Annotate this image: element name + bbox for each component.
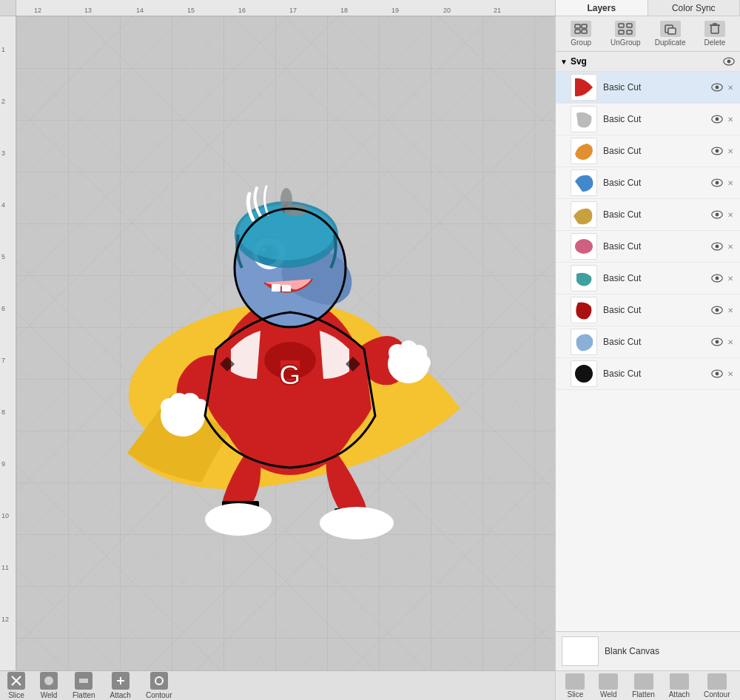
ungroup-button[interactable]: UnGroup	[609, 21, 642, 47]
ruler-top: 12 13 14 15 16 17 18 19 20 21	[0, 0, 555, 16]
ruler-vertical: 1 2 3 4 5 6 7 8 9 10 11 12	[0, 16, 16, 670]
svg-rect-36	[582, 24, 587, 28]
panel-contour-btn[interactable]: Contour	[704, 673, 730, 699]
layer-delete[interactable]: ✕	[725, 82, 736, 92]
duplicate-button[interactable]: Duplicate	[653, 21, 687, 47]
layer-row[interactable]: Basic Cut ✕	[556, 167, 740, 199]
layer-row[interactable]: Basic Cut ✕	[556, 135, 740, 167]
panel-slice-btn[interactable]: Slice	[565, 673, 585, 699]
panel-weld-icon	[599, 673, 618, 690]
layer-name: Basic Cut	[603, 241, 710, 252]
flatten-icon	[75, 672, 92, 690]
panel-slice-icon	[565, 673, 585, 690]
svg-rect-41	[619, 30, 624, 34]
layer-thumbnail	[571, 329, 597, 355]
tab-color-sync[interactable]: Color Sync	[648, 0, 741, 16]
ruler-mark-15: 15	[187, 7, 195, 14]
ruler-vmark: 5	[1, 253, 5, 260]
ruler-vmark: 4	[1, 201, 5, 209]
svg-point-47	[727, 60, 731, 64]
ruler-mark-20: 20	[443, 7, 451, 14]
svg-point-32	[44, 676, 53, 685]
layer-row[interactable]: Basic Cut ✕	[556, 263, 740, 295]
ruler-mark-14: 14	[136, 7, 144, 14]
bottom-toolbar: Slice Weld Flatten Attach	[0, 670, 555, 700]
layer-delete[interactable]: ✕	[725, 178, 736, 188]
ruler-vmark: 11	[1, 564, 9, 571]
delete-button[interactable]: Delete	[698, 21, 731, 47]
ruler-vmark: 3	[1, 149, 5, 157]
svg-rect-42	[627, 30, 632, 34]
layer-name: Basic Cut	[603, 337, 710, 347]
panel-weld-btn[interactable]: Weld	[599, 673, 618, 699]
tab-layers[interactable]: Layers	[556, 0, 648, 16]
layer-row[interactable]: Basic Cut ✕	[556, 326, 740, 358]
flatten-tool[interactable]: Flatten	[73, 672, 95, 699]
layer-row[interactable]: Basic Cut ✕	[556, 231, 740, 263]
layer-eye-toggle[interactable]	[710, 144, 724, 158]
layers-panel: ▼ Svg Basic Cut ✕	[556, 52, 740, 631]
svg-rect-33	[79, 679, 88, 683]
app-container: 12 13 14 15 16 17 18 19 20 21 1 2	[0, 0, 740, 700]
ruler-mark-16: 16	[238, 7, 246, 14]
layer-delete[interactable]: ✕	[725, 241, 736, 252]
layer-row[interactable]: Basic Cut ✕	[556, 104, 740, 135]
layer-delete[interactable]: ✕	[725, 146, 736, 156]
layer-delete[interactable]: ✕	[725, 305, 736, 315]
layer-eye-toggle[interactable]	[710, 272, 724, 285]
blank-canvas-row[interactable]: Blank Canvas	[556, 631, 740, 670]
ruler-mark-21: 21	[494, 7, 501, 14]
svg-point-49	[716, 86, 719, 90]
layer-eye-toggle[interactable]	[710, 367, 724, 380]
canvas-area: 12 13 14 15 16 17 18 19 20 21 1 2	[0, 0, 555, 700]
contour-icon	[150, 672, 168, 690]
layer-name: Basic Cut	[603, 273, 710, 283]
layer-delete[interactable]: ✕	[725, 114, 736, 124]
layer-eye-toggle[interactable]	[710, 208, 724, 221]
slice-tool[interactable]: Slice	[7, 672, 25, 699]
layer-delete[interactable]: ✕	[725, 209, 736, 220]
group-button[interactable]: Group	[565, 21, 598, 47]
panel-bottom-bar: Slice Weld Flatten Attach Contour	[556, 670, 740, 700]
ruler-vmark: 1	[1, 46, 5, 53]
svg-rect-45	[711, 25, 719, 33]
layer-row[interactable]: Basic Cut ✕	[556, 358, 740, 390]
character-image: G	[61, 90, 505, 549]
layer-delete[interactable]: ✕	[725, 368, 736, 379]
contour-tool[interactable]: Contour	[146, 672, 172, 699]
layer-name: Basic Cut	[603, 146, 710, 156]
panel-attach-btn[interactable]: Attach	[669, 673, 690, 699]
svg-rect-38	[582, 30, 587, 33]
svg-rect-37	[575, 30, 580, 33]
svg-group-row[interactable]: ▼ Svg	[556, 52, 740, 72]
layer-thumbnail	[571, 297, 597, 323]
svg-point-67	[575, 365, 593, 383]
svg-group-eye[interactable]	[722, 55, 736, 68]
expand-arrow: ▼	[560, 58, 568, 66]
layer-eye-toggle[interactable]	[710, 240, 724, 253]
layer-eye-toggle[interactable]	[710, 176, 724, 189]
group-icon	[571, 21, 591, 37]
weld-tool[interactable]: Weld	[40, 672, 58, 699]
layer-eye-toggle[interactable]	[710, 335, 724, 349]
layer-delete[interactable]: ✕	[725, 273, 736, 283]
svg-group-label: Svg	[571, 56, 722, 67]
layer-eye-toggle[interactable]	[710, 303, 724, 317]
layer-delete[interactable]: ✕	[725, 337, 736, 347]
ruler-mark-17: 17	[289, 7, 297, 14]
ungroup-icon	[615, 21, 636, 37]
canvas-viewport[interactable]: G	[16, 16, 555, 670]
layer-row[interactable]: Basic Cut ✕	[556, 199, 740, 231]
delete-icon	[704, 21, 725, 37]
ruler-vmark: 6	[1, 305, 5, 312]
panel-flatten-icon	[634, 673, 653, 690]
attach-tool[interactable]: Attach	[110, 672, 131, 699]
layer-eye-toggle[interactable]	[710, 112, 724, 126]
layer-eye-toggle[interactable]	[710, 81, 724, 94]
layer-name: Basic Cut	[603, 114, 710, 124]
ruler-vmark: 8	[1, 408, 5, 416]
svg-rect-44	[668, 28, 676, 34]
layer-row[interactable]: Basic Cut ✕	[556, 295, 740, 326]
panel-flatten-btn[interactable]: Flatten	[632, 673, 655, 699]
layer-row[interactable]: Basic Cut ✕	[556, 72, 740, 104]
